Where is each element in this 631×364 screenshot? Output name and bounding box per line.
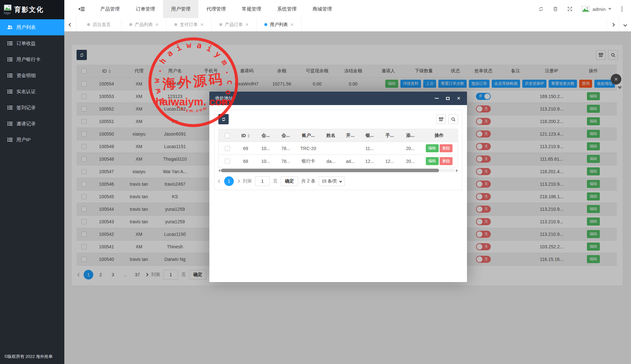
sidebar-item[interactable]: 资金明细 [0, 67, 64, 84]
tab[interactable]: 后台首页 [77, 18, 122, 31]
modal-edit-button[interactable]: 编辑 [426, 157, 439, 165]
modal-delete-button[interactable]: 删除 [440, 157, 453, 165]
modal-page-unit-label: 页 [273, 178, 278, 184]
top-nav-item[interactable]: 商城管理 [305, 0, 340, 18]
modal-minimize-icon[interactable] [434, 96, 439, 101]
modal-cell-account: TRC-20 [295, 142, 321, 155]
sidebar-item-label: 邀请记录 [16, 121, 36, 127]
open-tabs: 后台首页 产品列表 支付订单 [77, 18, 302, 31]
clear-cache-trash-icon[interactable] [553, 6, 558, 12]
modal-column-filter-button[interactable] [436, 114, 446, 124]
tab-label: 后台首页 [93, 22, 111, 28]
modal-refresh-button[interactable] [218, 114, 229, 124]
modal-col-id-label: ID [241, 133, 246, 138]
user-menu[interactable]: admin [581, 6, 611, 12]
tabs-menu-button[interactable] [619, 18, 631, 31]
modal-select-all-checkbox[interactable] [225, 133, 230, 138]
top-nav-item[interactable]: 常规管理 [234, 0, 269, 18]
sidebar-item[interactable]: 实名认证 [0, 84, 64, 100]
sidebar-item[interactable]: 用户列表 [0, 19, 64, 35]
modal-col-actions: 操作 [421, 129, 458, 142]
sidebar-item[interactable]: 订单收益 [0, 35, 64, 51]
sidebar-menu: 用户列表 订单收益 用户银行卡 [0, 19, 64, 148]
sidebar-item-icon [7, 24, 13, 30]
top-nav-item-label: 系统管理 [277, 6, 297, 12]
modal-col-member2: 会... [276, 129, 295, 142]
modal-delete-button[interactable]: 删除 [440, 144, 453, 152]
scrollbar-track[interactable] [221, 169, 455, 172]
top-nav-item[interactable]: 用户管理 [163, 0, 198, 18]
more-options-icon[interactable] [621, 8, 623, 10]
users-icon [7, 24, 13, 30]
modal-col-id[interactable]: ID [236, 129, 255, 142]
sidebar-item-label: 资金明细 [16, 73, 36, 79]
payment-address-table: ID 会... 会... 账户... 姓名 开... 银... 手... 添..… [218, 129, 458, 168]
modal-search-button[interactable] [448, 114, 458, 124]
tab[interactable]: 产品订单 [212, 18, 257, 31]
tab-label: 产品订单 [225, 22, 243, 28]
per-page-value: 15 条/页 [322, 178, 337, 184]
sidebar-item[interactable]: 用户IP [0, 132, 64, 148]
list-icon [7, 89, 13, 94]
modal-col-added: 添... [400, 129, 421, 142]
modal-cell-member2: 78... [276, 142, 295, 155]
tab[interactable]: 用户列表 [257, 18, 302, 31]
modal-maximize-icon[interactable] [445, 96, 450, 101]
modal-cell-member1: 10... [255, 155, 276, 168]
modal-col-phone: 手... [379, 129, 400, 142]
tab-close-icon[interactable] [200, 22, 203, 27]
modal-page-number[interactable]: 1 [224, 176, 234, 186]
top-nav-item-label: 用户管理 [171, 6, 190, 12]
modal-jump-confirm-button[interactable]: 确定 [281, 176, 298, 186]
logo-alt-text: logo [4, 11, 11, 15]
modal-sort-icon[interactable] [247, 134, 250, 138]
tab-dot [87, 23, 90, 26]
per-page-select[interactable]: 15 条/页 [319, 176, 345, 186]
top-nav-item[interactable]: 产品管理 [92, 0, 128, 18]
scroll-right-arrow-icon[interactable] [456, 169, 458, 172]
chevron-down-icon [623, 23, 627, 26]
modal-page-jump-input[interactable] [255, 176, 270, 186]
scroll-left-arrow-icon[interactable] [218, 169, 220, 172]
modal-prev-page-icon[interactable] [218, 179, 221, 183]
modal-titlebar[interactable]: 收款地址 [209, 92, 467, 105]
tab-close-icon[interactable] [245, 22, 248, 27]
sidebar-item-label: 实名认证 [16, 89, 36, 95]
modal-next-page-icon[interactable] [236, 179, 240, 183]
modal-toolbar [218, 114, 458, 124]
tab[interactable]: 产品列表 [122, 18, 167, 31]
modal-row-checkbox[interactable] [225, 146, 230, 151]
payment-address-modal: 收款地址 [209, 92, 467, 282]
modal-close-icon[interactable] [456, 96, 461, 101]
scrollbar-thumb[interactable] [221, 169, 439, 172]
tab-dot [219, 23, 222, 26]
sidebar-item-icon [7, 73, 13, 78]
sidebar-item-label: 用户列表 [16, 24, 36, 31]
sidebar-item[interactable]: 邀请记录 [0, 116, 64, 132]
collapse-menu-icon[interactable] [78, 6, 85, 12]
tab-close-icon[interactable] [155, 22, 158, 27]
tab[interactable]: 支付订单 [167, 18, 212, 31]
list-icon [7, 57, 13, 62]
tab-close-icon[interactable] [290, 22, 293, 27]
sidebar-item-label: 用户银行卡 [16, 57, 41, 63]
top-nav-item[interactable]: 订单管理 [128, 0, 163, 18]
sidebar-item[interactable]: 用户银行卡 [0, 51, 64, 67]
header-actions: admin [538, 6, 631, 12]
main-column: 产品管理 订单管理 用户管理 代理管理 常规管理 系统管理 商城管理 [64, 0, 631, 364]
modal-col-name: 姓名 [321, 129, 341, 142]
modal-row-checkbox[interactable] [225, 159, 230, 164]
top-nav-item[interactable]: 系统管理 [269, 0, 305, 18]
copyright-text: ©版权所有 2022 海外抢单 [5, 354, 53, 360]
modal-edit-button[interactable]: 编辑 [426, 144, 439, 152]
top-nav-item[interactable]: 代理管理 [198, 0, 234, 18]
modal-cell-name: da... [321, 155, 341, 168]
tab-label: 用户列表 [270, 22, 288, 28]
fullscreen-icon[interactable] [567, 6, 573, 12]
tabs-scroll-right-button[interactable] [607, 18, 619, 31]
list-icon [7, 137, 13, 143]
sidebar-item[interactable]: 签到记录 [0, 100, 64, 116]
refresh-icon[interactable] [538, 6, 544, 12]
modal-cell-bank: 12... [360, 155, 379, 168]
tabs-scroll-left-button[interactable] [64, 18, 77, 31]
